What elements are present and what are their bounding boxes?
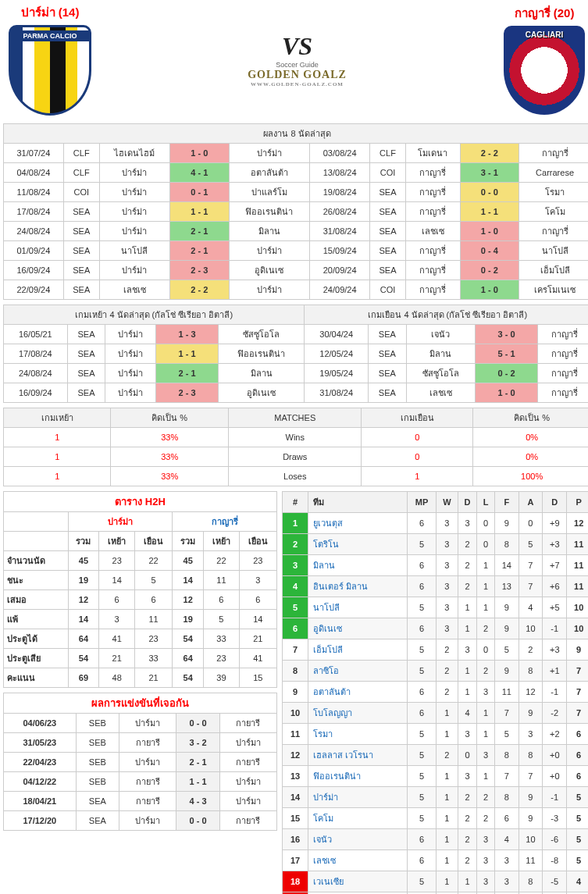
away-cell: กาญารี่: [538, 344, 588, 364]
score-cell: 2 - 3: [170, 261, 230, 280]
result-row: 31/07/24CLFไฮเดนไฮม์1 - 0ปาร์ม่า03/08/24…: [4, 144, 589, 163]
date-cell: 16/09/24: [4, 261, 64, 280]
date-cell: 19/05/24: [305, 364, 369, 383]
result-row: 01/09/24SEAนาโปลี2 - 1ปาร์ม่า15/09/24SEA…: [4, 241, 589, 261]
comp-cell: SEA: [67, 364, 105, 383]
rank-cell: 2: [283, 534, 308, 555]
team-cell[interactable]: โตริโน: [308, 534, 408, 555]
team-cell[interactable]: เจนัว: [308, 829, 408, 850]
away-cell: มิลาน: [229, 222, 310, 241]
date-cell: 22/09/24: [4, 280, 64, 300]
home-cell: ปาร์ม่า: [105, 364, 156, 383]
away-cell: เครโมเนเซ: [519, 280, 588, 300]
home-team-block: ปาร์ม่า (14) PARMA CALCIO: [3, 3, 97, 116]
home-cell: ไฮเดนไฮม์: [99, 144, 169, 163]
home-cell: กาญารี่: [405, 183, 460, 202]
score-cell: 0 - 4: [460, 241, 519, 261]
home-cell: ปาร์ม่า: [99, 261, 169, 280]
rank-cell: 10: [283, 703, 308, 724]
date-cell: 17/08/24: [4, 344, 68, 364]
score-cell: 1 - 0: [475, 383, 537, 403]
team-cell[interactable]: ปาร์ม่า: [308, 787, 408, 808]
home-cell: ปาร์ม่า: [99, 163, 169, 183]
team-cell[interactable]: โคโม: [308, 808, 408, 829]
away-cell: ปาร์ม่า: [229, 280, 310, 300]
team-cell[interactable]: อตาลันต้า: [308, 682, 408, 703]
comp-cell: SEA: [63, 222, 99, 241]
meeting-row: 31/05/23SEBกายารี3 - 2ปาร์มา: [4, 733, 277, 753]
meeting-row: 04/06/23SEBปาร์มา0 - 0กายารี: [4, 714, 277, 733]
comp-cell: SEA: [63, 261, 99, 280]
comp-cell: SEA: [63, 280, 99, 300]
summary-head-away: เกมเยือน: [362, 408, 473, 428]
comp-cell: COI: [370, 163, 406, 183]
team-cell[interactable]: เลชเซ: [308, 850, 408, 871]
summary-row: 133%Draws00%: [4, 447, 589, 467]
comp-cell: CLF: [63, 144, 99, 163]
result-row: 16/09/24SEAปาร์ม่า2 - 3อูดิเนเซ31/08/24S…: [4, 383, 589, 403]
score-cell: 0 - 0: [460, 183, 519, 202]
standing-row: 12เฮลลาส เวโรนา520388+06: [283, 745, 588, 766]
date-cell: 04/08/24: [4, 163, 64, 183]
comp-cell: SEA: [368, 325, 406, 344]
rank-cell: 16: [283, 829, 308, 850]
away-cell: ปาร์ม่า: [229, 144, 310, 163]
away-cell: อตาลันต้า: [229, 163, 310, 183]
home-cell: กาญารี่: [405, 241, 460, 261]
team-cell[interactable]: เวเนเซีย: [308, 871, 408, 892]
h2h-row: แพ้1431119514: [4, 610, 277, 629]
h2h-row: ประตูได้644123543321: [4, 629, 277, 649]
team-cell[interactable]: อินเตอร์ มิลาน: [308, 576, 408, 597]
meeting-row: 17/12/20SEAปาร์มา0 - 0กายารี: [4, 811, 277, 831]
comp-cell: SEA: [368, 364, 406, 383]
comp-cell: SEA: [368, 344, 406, 364]
standing-row: 5นาโปลี531194+510: [283, 597, 588, 618]
away-cell: อูดิเนเซ: [219, 383, 305, 403]
date-cell: 11/08/24: [4, 183, 64, 202]
meeting-row: 22/04/23SEBปาร์มา2 - 1กายารี: [4, 753, 277, 772]
home-cell: ปาร์ม่า: [105, 344, 156, 364]
rank-cell: 9: [283, 682, 308, 703]
standing-row: 15โคโม512269-35: [283, 808, 588, 829]
away-cell: เอ็มโปลี: [519, 261, 588, 280]
team-cell[interactable]: ฟิออเรนติน่า: [308, 766, 408, 787]
team-cell[interactable]: โรมา: [308, 724, 408, 745]
standing-row: 2โตริโน532085+311: [283, 534, 588, 555]
date-cell: 24/09/24: [310, 280, 370, 300]
date-cell: 13/08/24: [310, 163, 370, 183]
score-cell: 0 - 2: [460, 261, 519, 280]
date-cell: 01/09/24: [4, 241, 64, 261]
comp-cell: CLF: [370, 144, 406, 163]
last8-table: ผลงาน 8 นัดล่าสุด 31/07/24CLFไฮเดนไฮม์1 …: [3, 123, 588, 300]
rank-cell: 3: [283, 555, 308, 576]
away-cell: โรมา: [519, 183, 588, 202]
date-cell: 15/09/24: [310, 241, 370, 261]
away-cell: กาญารี่: [538, 325, 588, 344]
h2h-row: ชนะ1914514113: [4, 571, 277, 590]
score-cell: 1 - 0: [460, 222, 519, 241]
score-cell: 0 - 1: [170, 183, 230, 202]
team-cell[interactable]: ยูเวนตุส: [308, 513, 408, 534]
parma-logo-icon: PARMA CALCIO: [9, 25, 91, 116]
away-cell: ฟิออเรนติน่า: [219, 344, 305, 364]
team-cell[interactable]: นาโปลี: [308, 597, 408, 618]
h2h-title: ตาราง H2H: [4, 492, 277, 512]
away-cell: กาญารี่: [519, 222, 588, 241]
h2h-row: ประตูเสีย542133642341: [4, 649, 277, 668]
team-cell[interactable]: อูดิเนเซ: [308, 618, 408, 639]
home-cell: เลชเซ: [405, 222, 460, 241]
score-cell: 1 - 3: [155, 325, 218, 344]
team-cell[interactable]: ลาซิโอ: [308, 661, 408, 682]
standing-row: 13ฟิออเรนติน่า513177+06: [283, 766, 588, 787]
team-cell[interactable]: เฮลลาส เวโรนา: [308, 745, 408, 766]
standing-row: 17เลชเซ6123311-85: [283, 850, 588, 871]
score-cell: 2 - 1: [155, 364, 218, 383]
team-cell[interactable]: เอ็มโปลี: [308, 639, 408, 661]
date-cell: 26/08/24: [310, 202, 370, 222]
date-cell: 31/08/24: [305, 383, 369, 403]
team-cell[interactable]: มิลาน: [308, 555, 408, 576]
home-cell: ปาร์ม่า: [99, 202, 169, 222]
home-cell: ปาร์ม่า: [99, 222, 169, 241]
team-cell[interactable]: โบโลญญา: [308, 703, 408, 724]
away-cell: กาญารี่: [538, 364, 588, 383]
